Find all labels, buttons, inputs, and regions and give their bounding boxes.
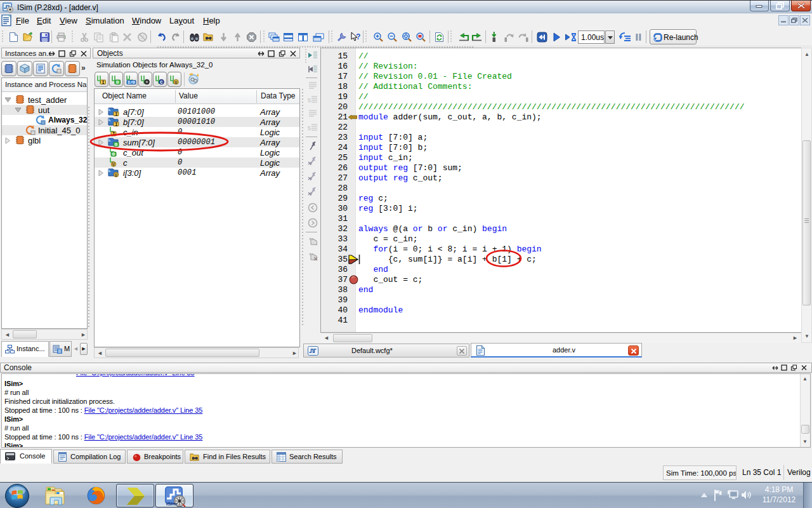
svg-text:?: ? <box>356 32 360 41</box>
svg-text:I: I <box>102 80 105 84</box>
svg-text:ISIm: ISIm <box>166 501 177 507</box>
svg-text:O: O <box>116 80 119 84</box>
svg-text:I: I <box>115 112 117 116</box>
svg-text:5: 5 <box>308 97 311 104</box>
svg-text:U: U <box>115 173 117 177</box>
svg-text:I: I <box>115 122 117 126</box>
svg-text:U: U <box>174 80 177 84</box>
svg-text:I/O: I/O <box>128 81 135 84</box>
svg-text:5: 5 <box>308 125 311 131</box>
svg-text:C: C <box>160 80 162 84</box>
svg-text:U: U <box>112 162 115 167</box>
